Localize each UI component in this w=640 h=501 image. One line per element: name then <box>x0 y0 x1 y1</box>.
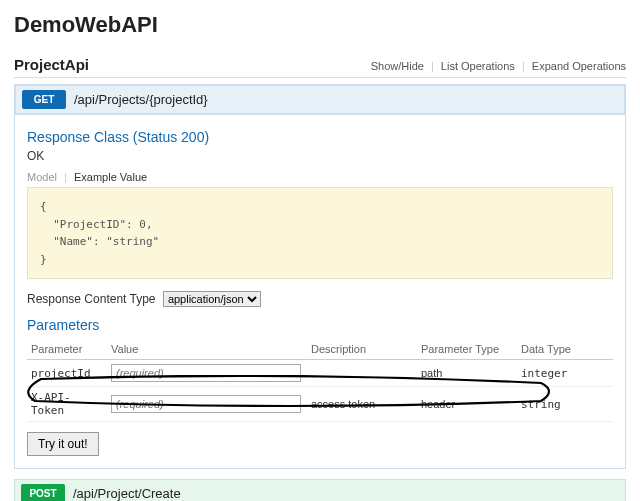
example-value-box[interactable]: { "ProjectID": 0, "Name": "string" } <box>27 187 613 279</box>
divider: | <box>522 60 525 72</box>
param-datatype: integer <box>517 360 613 387</box>
expand-operations-link[interactable]: Expand Operations <box>532 60 626 72</box>
table-row: X-API-Token access token header string <box>27 387 613 422</box>
model-tab[interactable]: Model <box>27 171 57 183</box>
list-operations-link[interactable]: List Operations <box>441 60 515 72</box>
col-value: Value <box>107 339 307 360</box>
api-section-name[interactable]: ProjectApi <box>14 56 89 73</box>
response-content-type-select[interactable]: application/json <box>163 291 261 307</box>
col-description: Description <box>307 339 417 360</box>
divider: | <box>64 171 67 183</box>
param-type: header <box>417 387 517 422</box>
col-data-type: Data Type <box>517 339 613 360</box>
show-hide-link[interactable]: Show/Hide <box>371 60 424 72</box>
response-class-heading: Response Class (Status 200) <box>27 129 613 145</box>
operation-path: /api/Projects/{projectId} <box>74 92 208 107</box>
param-description <box>307 360 417 387</box>
col-param-type: Parameter Type <box>417 339 517 360</box>
table-row: projectId path integer <box>27 360 613 387</box>
param-value-input-projectid[interactable] <box>111 364 301 382</box>
param-description: access token <box>307 387 417 422</box>
try-it-out-button[interactable]: Try it out! <box>27 432 99 456</box>
page-title: DemoWebAPI <box>14 12 626 38</box>
param-name: projectId <box>27 360 107 387</box>
api-header-links: Show/Hide | List Operations | Expand Ope… <box>371 60 626 72</box>
response-content-type-label: Response Content Type <box>27 292 156 306</box>
operation-header-get-projects[interactable]: GET /api/Projects/{projectId} <box>15 85 625 114</box>
response-status-text: OK <box>27 149 613 163</box>
operation-path: /api/Project/Create <box>73 486 181 501</box>
param-value-input-xapitoken[interactable] <box>111 395 301 413</box>
param-type: path <box>417 360 517 387</box>
parameters-heading: Parameters <box>27 317 613 333</box>
col-parameter: Parameter <box>27 339 107 360</box>
http-method-badge: POST <box>21 484 65 501</box>
http-method-badge: GET <box>22 90 66 109</box>
example-value-tab[interactable]: Example Value <box>74 171 147 183</box>
parameters-table: Parameter Value Description Parameter Ty… <box>27 339 613 422</box>
param-name: X-API-Token <box>27 387 107 422</box>
operation-header-post-create[interactable]: POST /api/Project/Create <box>14 479 626 501</box>
param-datatype: string <box>517 387 613 422</box>
divider: | <box>431 60 434 72</box>
